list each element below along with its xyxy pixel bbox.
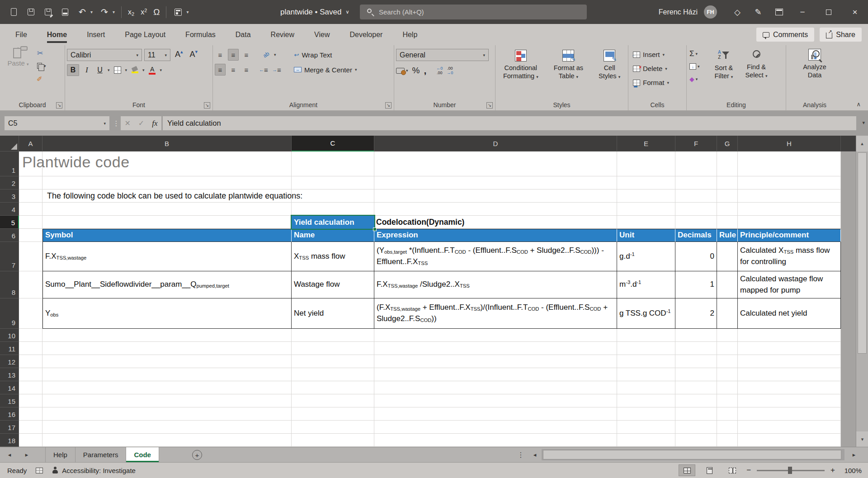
avatar[interactable]: FH — [704, 5, 717, 19]
table-cell-rule-row8[interactable] — [717, 271, 738, 298]
table-cell-expression-row9[interactable]: (F.XTSS,wastage + Effluent..F.XTSS)/(Inf… — [374, 298, 617, 329]
selected-cell-c5[interactable]: Yield calculation — [291, 215, 375, 230]
ribbon-tab-file[interactable]: File — [5, 24, 37, 45]
search-input[interactable] — [378, 8, 568, 16]
table-cell-symbol-row9[interactable]: Yobs — [42, 298, 292, 329]
paste-button[interactable]: Paste ▾ — [6, 48, 30, 67]
font-color-dropdown-icon[interactable]: ▾ — [160, 68, 162, 72]
table-cell-principle-row7[interactable]: Calculated XTSS mass flow for controllin… — [738, 242, 841, 271]
formula-input[interactable]: Yield calculation — [163, 116, 856, 130]
font-name-select[interactable]: Calibri▾ — [67, 49, 142, 61]
wrap-text-button[interactable]: ↩ Wrap Text — [292, 49, 334, 61]
table-cell-expression-row8[interactable]: F.XTSS,wastage /Sludge2..XTSS — [374, 271, 617, 298]
collapse-ribbon-icon[interactable]: ∧ — [856, 101, 861, 108]
share-button[interactable]: ↗ Share — [820, 28, 862, 42]
increase-decimal-button[interactable]: ←0.00 — [436, 66, 443, 76]
clipboard-dialog-launcher-icon[interactable]: ↘ — [56, 102, 62, 109]
delete-cells-button[interactable]: × Delete▾ — [633, 62, 684, 76]
column-header-b[interactable]: B — [42, 136, 292, 151]
clear-button[interactable]: ◆▾ — [689, 74, 700, 85]
underline-dropdown-icon[interactable]: ▾ — [108, 68, 110, 72]
zoom-slider-thumb[interactable] — [788, 467, 792, 474]
ribbon-tab-formulas[interactable]: Formulas — [175, 24, 226, 45]
number-format-select[interactable]: General▾ — [396, 49, 489, 61]
format-as-table-button[interactable]: ✎ Format asTable ▾ — [547, 48, 590, 98]
format-cells-button[interactable]: ▂ Format▾ — [633, 76, 684, 90]
number-dialog-launcher-icon[interactable]: ↘ — [486, 102, 493, 109]
format-painter-button[interactable]: ✎ — [37, 73, 46, 84]
horizontal-scrollbar[interactable] — [542, 449, 844, 460]
column-header-h[interactable]: H — [738, 136, 841, 151]
sort-filter-button[interactable]: AZ Sort &Filter ▾ — [708, 48, 739, 80]
accessibility-status[interactable]: Accessibility: Investigate — [52, 467, 136, 474]
align-center-button[interactable]: ≡ — [228, 64, 239, 76]
table-header-rule[interactable]: Rule — [717, 229, 738, 242]
redo-dropdown-icon[interactable]: ▾ — [113, 9, 115, 14]
confirm-entry-icon[interactable]: ✓ — [138, 119, 144, 128]
sheet-tab-parameters[interactable]: Parameters — [75, 447, 127, 462]
table-header-expression[interactable]: Expression — [374, 229, 617, 242]
borders-dropdown-icon[interactable]: ▾ — [125, 68, 127, 72]
premium-diamond-icon[interactable]: ◇ — [727, 0, 748, 24]
scroll-up-button[interactable]: ▴ — [856, 136, 868, 151]
row-header-2[interactable]: 2 — [0, 176, 19, 189]
table-cell-decimals-row9[interactable]: 2 — [675, 298, 717, 329]
row-header-7[interactable]: 7 — [0, 242, 19, 271]
font-size-select[interactable]: 11▾ — [144, 49, 170, 61]
scroll-down-button[interactable]: ▾ — [856, 431, 868, 447]
cell-a1-title[interactable]: Plantwide code — [22, 153, 130, 171]
orientation-dropdown-icon[interactable]: ▾ — [274, 52, 276, 57]
table-cell-name-row8[interactable]: Wastage flow — [292, 271, 374, 298]
search-bar[interactable] — [360, 5, 587, 19]
row-header-16[interactable]: 16 — [0, 407, 19, 421]
table-header-decimals[interactable]: Decimals — [675, 229, 717, 242]
fill-button[interactable]: ↓▾ — [689, 61, 700, 72]
normal-view-button[interactable] — [679, 464, 695, 476]
row-header-4[interactable]: 4 — [0, 203, 19, 216]
row-header-17[interactable]: 17 — [0, 421, 19, 434]
align-left-button[interactable]: ≡ — [215, 64, 226, 76]
analyze-data-button[interactable]: AnalyzeData — [794, 47, 835, 98]
undo-icon[interactable]: ↶ — [77, 6, 88, 19]
maximize-button[interactable] — [816, 0, 842, 24]
column-header-f[interactable]: F — [675, 136, 717, 151]
table-cell-name-row7[interactable]: XTSS mass flow — [292, 242, 374, 271]
name-box[interactable]: C5 ▾ — [5, 116, 109, 130]
table-cell-expression-row7[interactable]: (Yobs,target *(Influent..F.TCOD - (Efflu… — [374, 242, 617, 271]
copy-button[interactable]: ▾ — [37, 60, 46, 71]
document-title[interactable]: plantwide • Saved ∨ — [280, 0, 349, 24]
decrease-decimal-button[interactable]: .00→0 — [447, 66, 453, 76]
cancel-entry-icon[interactable]: ✕ — [124, 119, 130, 128]
table-cell-unit-row9[interactable]: g TSS.g COD-1 — [617, 298, 675, 329]
table-cell-symbol-row7[interactable]: F.XTSS,wastage — [42, 242, 292, 271]
table-cell-symbol-row8[interactable]: Sumo__Plant__Sideflowdivider__param__Qpu… — [42, 271, 292, 298]
table-header-principle-comment[interactable]: Principle/comment — [738, 229, 841, 242]
expand-formula-bar-icon[interactable]: ▾ — [862, 120, 865, 126]
select-all-button[interactable] — [0, 136, 19, 151]
cell-b3-text[interactable]: The following code block can be used to … — [47, 189, 302, 203]
next-sheet-icon[interactable]: ▸ — [19, 447, 34, 462]
name-box-dropdown-icon[interactable]: ▾ — [104, 121, 106, 126]
hscroll-right-button[interactable]: ▸ — [846, 447, 862, 462]
new-sheet-button[interactable]: + — [192, 450, 202, 460]
table-cell-unit-row8[interactable]: m-3.d-1 — [617, 271, 675, 298]
row-header-14[interactable]: 14 — [0, 381, 19, 394]
autosum-button[interactable]: Σ▾ — [689, 48, 700, 59]
subscript-button[interactable]: x2 — [128, 8, 134, 16]
underline-button[interactable]: U — [94, 64, 105, 76]
insert-function-icon[interactable]: fx — [152, 119, 157, 128]
merge-center-button[interactable]: ↔ Merge & Center ▾ — [292, 64, 359, 76]
close-button[interactable]: × — [842, 0, 868, 24]
row-header-3[interactable]: 3 — [0, 189, 19, 203]
font-dialog-launcher-icon[interactable]: ↘ — [204, 102, 210, 109]
align-top-button[interactable]: ≡ — [215, 49, 226, 61]
orientation-button[interactable]: ab — [261, 49, 272, 61]
hscroll-left-button[interactable]: ◂ — [527, 447, 542, 462]
zoom-slider[interactable] — [757, 467, 825, 474]
table-header-name[interactable]: Name — [292, 229, 374, 242]
table-header-unit[interactable]: Unit — [617, 229, 675, 242]
zoom-in-button[interactable]: + — [830, 466, 835, 475]
align-right-button[interactable]: ≡ — [241, 64, 252, 76]
formula-bar-grip-icon[interactable]: ⋮ — [113, 116, 119, 130]
comments-button[interactable]: Comments — [756, 28, 814, 42]
